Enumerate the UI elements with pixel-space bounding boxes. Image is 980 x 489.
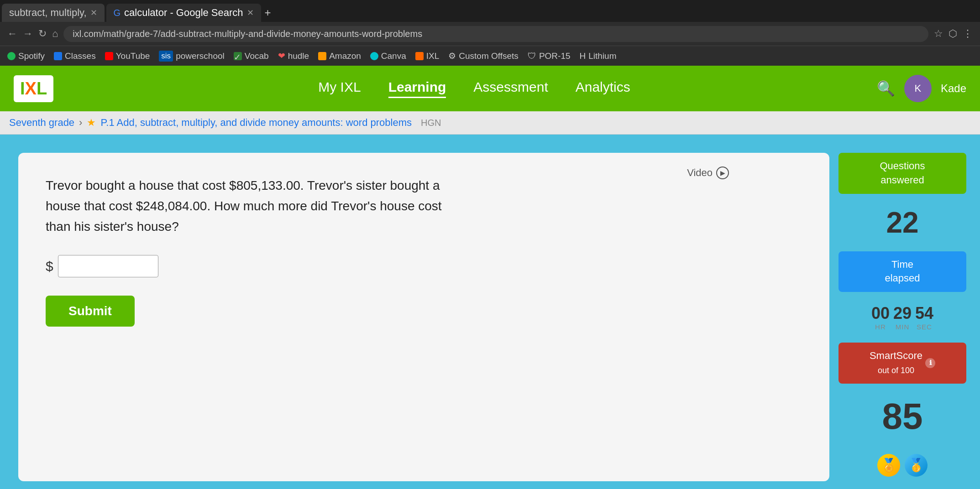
bookmark-amazon[interactable]: Amazon <box>318 51 361 61</box>
forward-icon[interactable]: → <box>23 28 33 40</box>
nav-learning[interactable]: Learning <box>388 79 446 98</box>
timer-display: 00 HR 29 MIN 54 SEC <box>839 304 966 331</box>
canva-icon <box>370 52 378 60</box>
spotify-icon <box>7 52 16 60</box>
extensions-icon[interactable]: ⬡ <box>949 28 957 40</box>
bookmark-vocab-label: Vocab <box>245 51 269 61</box>
questions-answered-label: Questionsanswered <box>880 160 925 186</box>
smartscore-button[interactable]: SmartScoreout of 100 ℹ <box>839 343 966 384</box>
bookmark-icon[interactable]: ☆ <box>934 28 943 40</box>
bookmark-canva[interactable]: Canva <box>370 51 406 61</box>
timer-hours-value: 00 <box>871 304 890 323</box>
back-icon[interactable]: ← <box>7 28 17 40</box>
bookmark-powerschool-label: powerschool <box>176 51 225 61</box>
address-bar[interactable]: ixl.com/math/grade-7/add-subtract-multip… <box>63 26 928 42</box>
address-bar-row: ← → ↻ ⌂ ixl.com/math/grade-7/add-subtrac… <box>0 22 980 46</box>
video-label: Video <box>687 167 713 179</box>
breadcrumb-grade[interactable]: Seventh grade <box>9 117 74 129</box>
tab-inactive[interactable]: subtract, multiply, ✕ <box>2 4 105 22</box>
bookmark-youtube-label: YouTube <box>116 51 150 61</box>
nav-analytics[interactable]: Analytics <box>576 79 630 98</box>
timer-hr-label: HR <box>871 323 890 331</box>
new-tab-icon[interactable]: + <box>265 6 271 19</box>
bookmark-hudle-label: hudle <box>288 51 309 61</box>
bookmark-classes-label: Classes <box>65 51 96 61</box>
main-content: Video ▶ Trevor bought a house that cost … <box>0 135 980 489</box>
bookmark-lithium[interactable]: H Lithium <box>580 51 617 61</box>
bookmark-spotify[interactable]: Spotify <box>7 51 45 61</box>
bookmark-powerschool[interactable]: sis powerschool <box>159 51 224 62</box>
bookmark-hudle[interactable]: ❤ hudle <box>278 51 309 61</box>
search-icon[interactable]: 🔍 <box>877 80 895 97</box>
more-icon[interactable]: ⋮ <box>963 28 973 40</box>
ixl-logo[interactable]: IXL <box>14 75 53 102</box>
bookmark-por15[interactable]: 🛡 POR-15 <box>528 51 571 61</box>
video-button[interactable]: Video ▶ <box>687 166 729 179</box>
time-elapsed-button[interactable]: Timeelapsed <box>839 251 966 292</box>
avatar-name: Kade <box>941 82 966 95</box>
bookmark-classes[interactable]: Classes <box>54 51 96 61</box>
timer-seconds-value: 54 <box>915 304 933 323</box>
timer-seconds: 54 SEC <box>915 304 933 331</box>
avatar-initial: K <box>915 83 922 94</box>
tab-bar: subtract, multiply, ✕ G calculator - Goo… <box>0 0 980 22</box>
bookmark-custom-offsets-label: Custom Offsets <box>459 51 519 61</box>
google-icon: G <box>114 8 121 18</box>
smartscore-value: 85 <box>839 395 966 437</box>
refresh-icon[interactable]: ↻ <box>38 28 47 40</box>
problem-text: Trevor bought a house that cost $805,133… <box>46 176 456 237</box>
breadcrumb-star-icon: ★ <box>87 117 96 129</box>
bookmark-ixl[interactable]: IXL <box>415 51 440 61</box>
bookmark-amazon-label: Amazon <box>329 51 361 61</box>
lithium-icon: H <box>580 51 586 61</box>
tab-label: subtract, multiply, <box>9 7 87 19</box>
tab-active[interactable]: G calculator - Google Search ✕ <box>106 4 261 22</box>
custom-offsets-icon: ⚙ <box>448 51 456 61</box>
breadcrumb-code: HGN <box>421 118 441 128</box>
tab-active-label: calculator - Google Search <box>124 7 243 19</box>
breadcrumb-chevron-icon: › <box>79 117 82 129</box>
bookmarks-bar: Spotify Classes YouTube sis powerschool … <box>0 46 980 66</box>
vocab-icon: ✓ <box>234 52 242 60</box>
home-icon[interactable]: ⌂ <box>52 28 58 40</box>
bookmark-spotify-label: Spotify <box>18 51 45 61</box>
tab-close-icon[interactable]: ✕ <box>90 8 97 18</box>
bookmark-youtube[interactable]: YouTube <box>105 51 150 61</box>
timer-minutes-value: 29 <box>893 304 912 323</box>
tab-close-active-icon[interactable]: ✕ <box>247 8 254 18</box>
problem-card: Video ▶ Trevor bought a house that cost … <box>18 153 829 481</box>
ixl-header: IXL My IXL Learning Assessment Analytics… <box>0 66 980 111</box>
classes-icon <box>54 52 62 60</box>
medal-blue: 🥇 <box>905 454 928 477</box>
answer-row: $ <box>46 255 802 277</box>
answer-input[interactable] <box>58 255 158 277</box>
submit-button[interactable]: Submit <box>46 296 135 327</box>
sis-label: sis <box>159 51 173 62</box>
bookmark-ixl-label: IXL <box>426 51 440 61</box>
ixl-logo-x: X <box>25 79 37 98</box>
timer-sec-label: SEC <box>915 323 933 331</box>
header-right: 🔍 K Kade <box>877 75 966 102</box>
currency-symbol: $ <box>46 259 53 274</box>
questions-answered-button[interactable]: Questionsanswered <box>839 153 966 194</box>
bookmark-lithium-label: Lithium <box>588 51 616 61</box>
bookmark-custom-offsets[interactable]: ⚙ Custom Offsets <box>448 51 519 61</box>
ixl-logo-text: IXL <box>20 79 47 99</box>
medal-gold: 🏅 <box>877 454 900 477</box>
amazon-icon <box>318 52 326 60</box>
nav-links: My IXL Learning Assessment Analytics <box>72 79 877 98</box>
breadcrumb: Seventh grade › ★ P.1 Add, subtract, mul… <box>0 111 980 135</box>
video-play-icon: ▶ <box>716 166 729 179</box>
breadcrumb-problem[interactable]: P.1 Add, subtract, multiply, and divide … <box>100 117 412 129</box>
nav-my-ixl[interactable]: My IXL <box>318 79 361 98</box>
avatar[interactable]: K <box>904 75 932 102</box>
timer-hours: 00 HR <box>871 304 890 331</box>
bookmark-canva-label: Canva <box>381 51 406 61</box>
hudle-icon: ❤ <box>278 51 285 61</box>
bookmark-vocab[interactable]: ✓ Vocab <box>234 51 269 61</box>
por15-icon: 🛡 <box>528 51 536 61</box>
nav-assessment[interactable]: Assessment <box>473 79 548 98</box>
smartscore-info-icon[interactable]: ℹ <box>925 358 935 368</box>
questions-count: 22 <box>839 206 966 239</box>
timer-min-label: MIN <box>893 323 912 331</box>
